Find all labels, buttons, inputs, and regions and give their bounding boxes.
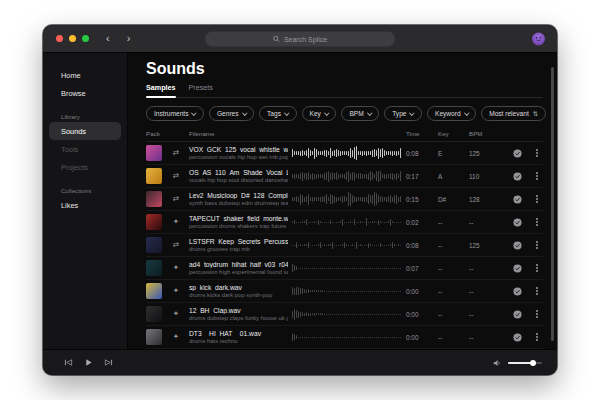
row-menu-button[interactable] [531,172,543,180]
sidebar-item-home[interactable]: Home [43,66,127,84]
sample-rows: ⇄VOX_GCK_125_vocal_whistle_wet_ominous.w… [146,142,543,349]
table-row[interactable]: ✦TAPECUT_shaker_field_monte.wavpercussio… [146,211,543,234]
scrollbar-thumb[interactable] [551,67,554,341]
downloaded-check-button[interactable] [507,172,527,181]
tab-presets[interactable]: Presets [189,83,213,92]
check-circle-icon [513,172,522,181]
sample-filename: VOX_GCK_125_vocal_whistle_wet_ominous.wa… [189,146,288,153]
filter-pill-instruments[interactable]: Instruments [146,106,204,121]
downloaded-check-button[interactable] [507,310,527,319]
downloaded-check-button[interactable] [507,241,527,250]
traffic-lights [56,35,89,42]
zoom-window-button[interactable] [82,35,89,42]
check-circle-icon [513,287,522,296]
filter-pill-tags[interactable]: Tags [259,106,296,121]
pack-artwork[interactable] [146,168,162,184]
play-icon[interactable] [84,358,93,367]
sample-tags: drums kicks dark pop synth-pop [189,292,288,298]
volume-icon[interactable] [493,359,502,367]
waveform[interactable] [292,236,402,254]
waveform[interactable] [292,213,402,231]
pack-artwork[interactable] [146,260,162,276]
sidebar-item-likes[interactable]: Likes [43,196,127,214]
row-menu-button[interactable] [531,333,543,341]
pack-artwork[interactable] [146,145,162,161]
waveform[interactable] [292,144,402,162]
sample-key: -- [438,311,465,318]
waveform[interactable] [292,190,402,208]
table-row[interactable]: ✦12_BH_Clap.wavdrums dubstep claps funky… [146,303,543,326]
downloaded-check-button[interactable] [507,195,527,204]
search-input[interactable]: Search Splice [205,31,395,46]
next-track-icon[interactable] [104,358,113,367]
table-row[interactable]: ⇄VOX_GCK_125_vocal_whistle_wet_ominous.w… [146,142,543,165]
table-row[interactable]: ✦sp_kick_dark.wavdrums kicks dark pop sy… [146,280,543,303]
row-menu-button[interactable] [531,149,543,157]
user-avatar[interactable] [532,32,545,45]
sidebar-section-collections: Collections [61,187,127,194]
search-icon [273,35,280,42]
waveform[interactable] [292,282,402,300]
pack-artwork[interactable] [146,306,162,322]
downloaded-check-button[interactable] [507,333,527,342]
table-row[interactable]: ⇄Lev2_Musicloop_D#_128_Complicated_Bass.… [146,188,543,211]
table-row[interactable]: ✦DT3__HI_HAT__01.wavdrums hats techno0:0… [146,326,543,349]
pack-artwork[interactable] [146,283,162,299]
filter-pill-keyword[interactable]: Keyword [427,106,476,121]
volume-knob[interactable] [530,360,536,366]
pack-artwork[interactable] [146,329,162,345]
tabs: Samples Presets [146,83,543,98]
sample-tags: drums hats techno [189,338,288,344]
pack-artwork[interactable] [146,191,162,207]
downloaded-check-button[interactable] [507,218,527,227]
sidebar-item-sounds[interactable]: Sounds [49,122,121,140]
sample-time: 0:08 [406,242,434,249]
row-menu-button[interactable] [531,241,543,249]
sort-dropdown[interactable]: Most relevant ⇅ [481,106,546,121]
volume-slider[interactable] [508,362,542,364]
close-window-button[interactable] [56,35,63,42]
sample-tags: percussion vocals hip hop wet rnb pop wh… [189,154,288,160]
sample-time: 0:17 [406,173,434,180]
table-row[interactable]: ⇄LSTSFR_Keep_Secrets_Percussion_Loop_1.w… [146,234,543,257]
downloaded-check-button[interactable] [507,264,527,273]
table-header: Pack Filename Time Key BPM [146,130,543,142]
sample-tags: drums grooves trap rnb [189,246,288,252]
sample-tags: percussion drums shakers trap future bas… [189,223,288,229]
row-menu-button[interactable] [531,218,543,226]
sample-time: 0:00 [406,288,434,295]
back-button[interactable]: ‹ [106,33,110,44]
table-row[interactable]: ✦ad4_toydrum_hihat_half_v03_r04.wavpercu… [146,257,543,280]
pack-artwork[interactable] [146,237,162,253]
sidebar: Home Browse Library Sounds Tools Project… [43,53,128,349]
sample-key: -- [438,242,465,249]
column-pack: Pack [146,130,163,137]
waveform[interactable] [292,259,402,277]
sidebar-section-library: Library [61,113,127,120]
row-menu-button[interactable] [531,264,543,272]
tab-samples[interactable]: Samples [146,83,176,92]
sidebar-item-projects[interactable]: Projects [43,158,127,176]
sample-filename: Lev2_Musicloop_D#_128_Complicated_Bass.w… [189,192,288,199]
waveform[interactable] [292,167,402,185]
filter-pill-key[interactable]: Key [302,106,337,121]
waveform[interactable] [292,305,402,323]
waveform[interactable] [292,328,402,346]
filter-pill-type[interactable]: Type [384,106,422,121]
row-menu-button[interactable] [531,195,543,203]
check-circle-icon [513,310,522,319]
previous-track-icon[interactable] [64,358,73,367]
row-menu-button[interactable] [531,310,543,318]
table-row[interactable]: ⇄OS_AS_110_Am_Shade_Vocal_Loop_1.wavvoca… [146,165,543,188]
downloaded-check-button[interactable] [507,149,527,158]
pack-artwork[interactable] [146,214,162,230]
row-menu-button[interactable] [531,287,543,295]
forward-button[interactable]: › [127,33,131,44]
sidebar-item-tools[interactable]: Tools [43,140,127,158]
filter-pill-genres[interactable]: Genres [209,106,254,121]
sample-bpm: -- [469,288,503,295]
filter-pill-bpm[interactable]: BPM [341,106,379,121]
sidebar-item-browse[interactable]: Browse [43,84,127,102]
downloaded-check-button[interactable] [507,287,527,296]
minimize-window-button[interactable] [69,35,76,42]
